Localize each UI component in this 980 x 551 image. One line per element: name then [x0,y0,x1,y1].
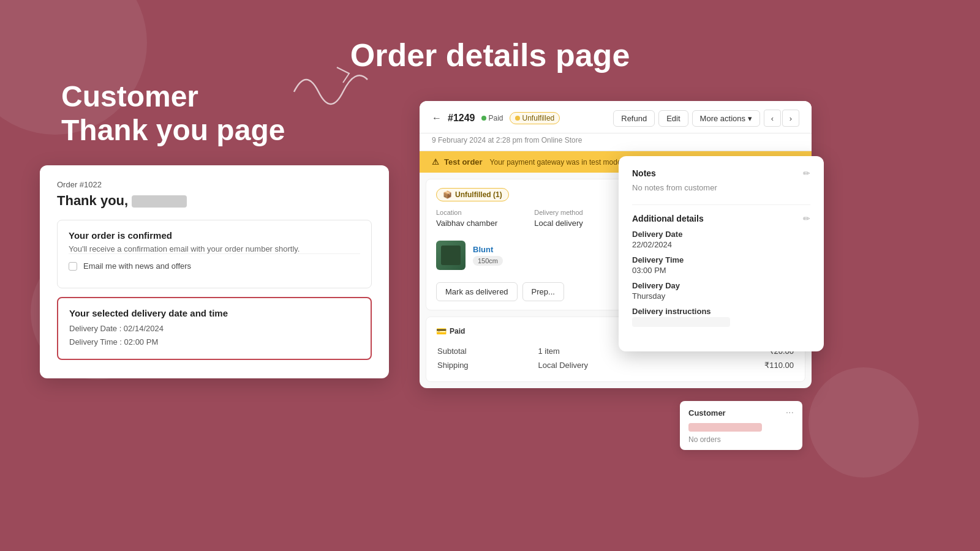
warning-icon: ⚠ [432,157,439,167]
shipping-price: ₹110.00 [700,359,794,372]
dots-menu-icon[interactable]: ··· [786,407,794,418]
credit-card-icon: 💳 [436,326,447,336]
back-arrow-icon[interactable]: ← [432,113,442,124]
delivery-method-value: Local delivery [534,219,583,228]
box-icon: 📦 [443,190,452,199]
shipping-label: Shipping [437,359,537,372]
customer-mini-panel: Customer ··· No orders [680,401,802,450]
panel-header-left: ← #1249 Paid Unfulfilled [432,112,560,124]
confirmed-desc: You'll receive a confirmation email with… [69,244,360,253]
location-value: Vaibhav chamber [436,219,497,228]
delivery-instructions-value [632,317,730,327]
delivery-date-box: Your selected delivery date and time Del… [57,297,372,360]
order-id: #1249 [448,113,475,124]
delivery-instructions-label: Delivery instructions [632,307,810,316]
panel-header-right: Refund Edit More actions ▾ ‹ › [613,110,799,127]
confirmed-title: Your order is confirmed [69,230,360,241]
product-image-inner [441,246,461,265]
product-image [436,241,466,270]
notes-title: Notes [632,168,656,178]
status-unfulfilled: Unfulfilled [510,112,560,124]
email-label: Email me with news and offers [83,261,191,271]
squiggle-decoration [288,61,374,113]
page-title: Order details page [350,37,630,73]
customer-mini-title: Customer [688,408,726,418]
additional-edit-icon[interactable]: ✏ [803,214,810,223]
delivery-method-label: Delivery method [534,209,583,216]
paid-dot-icon [481,116,486,121]
left-label: Customer Thank you page [61,80,285,147]
order-date: 9 February 2024 at 2:28 pm from Online S… [420,133,812,151]
location-col: Location Vaibhav chamber [436,209,497,228]
subtotal-label: Subtotal [437,345,537,358]
delivery-time-value: 03:00 PM [632,266,810,275]
chevron-down-icon: ▾ [748,114,752,123]
prev-arrow[interactable]: ‹ [764,110,781,127]
email-signup-row[interactable]: Email me with news and offers [69,253,360,278]
status-paid: Paid [481,114,503,122]
delivery-date-value: 22/02/2024 [632,240,810,249]
notes-section-header: Notes ✏ [632,168,810,178]
notes-section: Notes ✏ No notes from customer [632,168,810,192]
delivery-box-title: Your selected delivery date and time [69,308,360,318]
customer-no-orders: No orders [688,435,794,444]
customer-name-bar [688,423,762,432]
nav-arrows: ‹ › [764,110,799,127]
order-confirmed-box: Your order is confirmed You'll receive a… [57,220,372,288]
delivery-day-value: Thursday [632,291,810,301]
divider-1 [632,204,810,205]
shipping-row: Shipping Local Delivery ₹110.00 [437,359,794,372]
thankyou-card: Order #1022 Thank you, Your order is con… [40,165,389,378]
order-number: Order #1022 [57,180,372,189]
shipping-method: Local Delivery [538,359,698,372]
product-variant: 150cm [473,256,503,266]
delivery-day-label: Delivery Day [632,281,810,290]
unfulfilled-badge: 📦 Unfulfilled (1) [436,188,509,201]
email-checkbox[interactable] [69,262,77,271]
customer-name-blurred [132,195,187,208]
notes-side-panel: Notes ✏ No notes from customer Additiona… [619,156,824,351]
mark-delivered-button[interactable]: Mark as delivered [436,282,518,301]
additional-details-title: Additional details [632,214,704,223]
panel-header: ← #1249 Paid Unfulfilled Refund Edit Mor… [420,101,812,133]
delivery-date-label: Delivery Date [632,230,810,239]
paid-badge: 💳 Paid [436,326,465,336]
delivery-method-col: Delivery method Local delivery [534,209,583,228]
notes-value: No notes from customer [632,183,810,192]
refund-button[interactable]: Refund [613,110,655,127]
additional-details-section: Additional details ✏ Delivery Date 22/02… [632,214,810,327]
delivery-date-info: Delivery Date : 02/14/2024 Delivery Time… [69,322,360,349]
more-actions-button[interactable]: More actions ▾ [692,110,760,127]
edit-button[interactable]: Edit [658,110,688,127]
notes-edit-icon[interactable]: ✏ [803,168,810,178]
prepare-button[interactable]: Prep... [522,282,564,301]
location-label: Location [436,209,497,216]
next-arrow[interactable]: › [782,110,799,127]
unfulfilled-dot-icon [515,116,520,121]
delivery-time-label: Delivery Time [632,255,810,264]
customer-mini-header: Customer ··· [688,407,794,418]
bg-decoration-3 [809,367,919,478]
additional-details-header: Additional details ✏ [632,214,810,223]
greeting: Thank you, [57,193,372,209]
